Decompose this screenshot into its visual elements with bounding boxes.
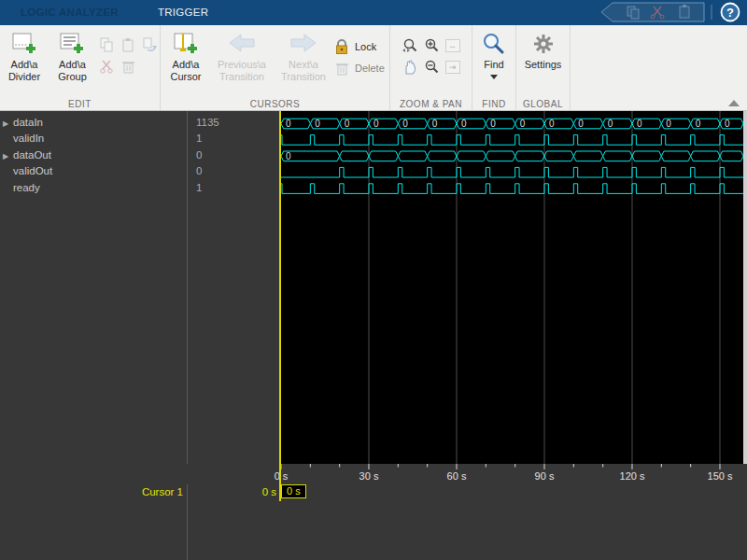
tab-trigger[interactable]: TRIGGER (147, 0, 220, 25)
pulse-waveform-validOut (281, 167, 743, 177)
fit-to-view-button[interactable]: ↔ (443, 35, 463, 56)
find-button[interactable]: Find (482, 25, 506, 79)
bus-value-label: 0 (666, 119, 671, 129)
bus-segment (632, 151, 661, 161)
paste-icon[interactable] (680, 5, 689, 18)
add-divider-icon (11, 32, 37, 56)
lock-button[interactable]: Lock (334, 35, 385, 57)
zoom-to-cursor-icon: ⇥ (445, 61, 460, 74)
help-button[interactable]: ? (722, 4, 740, 21)
copy-icon (99, 37, 114, 52)
bus-segment (457, 151, 486, 161)
bus-segment (428, 151, 457, 161)
svg-text:?: ? (726, 6, 734, 20)
copy-button[interactable] (96, 35, 117, 55)
bus-value-label: 0 (286, 151, 291, 161)
axis-tick-label: 90 s (535, 470, 555, 482)
arrow-right-icon (289, 32, 317, 56)
signal-value: 1 (196, 182, 202, 193)
signal-row-validOut[interactable]: validOut0 (0, 164, 280, 180)
previous-transition-button[interactable]: Previous\aTransition (211, 25, 273, 83)
signal-value: 1135 (196, 117, 219, 128)
signal-value: 0 (196, 165, 202, 176)
bus-value-label: 0 (637, 119, 642, 129)
add-divider-button[interactable]: Add\aDivider (0, 25, 49, 83)
tab-logic-analyzer[interactable]: LOGIC ANALYZER (9, 0, 130, 25)
zoom-in-button[interactable] (421, 35, 442, 56)
bus-value-label: 0 (345, 119, 350, 129)
zoom-out-button[interactable] (421, 57, 442, 77)
axis-tick-label: 150 s (708, 470, 733, 482)
find-dropdown-caret (490, 75, 498, 79)
pulse-waveform-ready (281, 184, 743, 194)
expand-icon[interactable]: ▶ (3, 119, 8, 128)
delete-signal-button[interactable] (118, 56, 138, 77)
zoom-in-icon (423, 37, 440, 54)
add-group-button[interactable]: Add\aGroup (49, 25, 96, 83)
cursor-1-value-box[interactable]: 0 s (281, 484, 306, 498)
signal-row-validIn[interactable]: validIn1 (0, 132, 280, 147)
bus-segment (515, 151, 544, 161)
find-icon (482, 32, 506, 56)
signal-value: 0 (196, 149, 202, 161)
delete-cursor-button[interactable]: Delete (334, 57, 385, 78)
bus-value-label: 0 (402, 119, 408, 129)
signal-row-dataIn[interactable]: ▶dataIn1135 (0, 116, 280, 132)
duplicate-button[interactable] (139, 35, 160, 55)
signal-list-panel: ▶dataIn1135validIn1▶dataOut0validOut0rea… (0, 111, 280, 464)
bus-segment (661, 151, 690, 161)
bus-value-label: 0 (696, 119, 701, 129)
collapse-toolstrip-icon[interactable] (728, 100, 740, 106)
cut-button[interactable] (96, 56, 117, 77)
cut-icon (99, 59, 114, 74)
logic-analyzer-window: LOGIC ANALYZER TRIGGER ? (0, 0, 747, 560)
zoom-in-x-button[interactable] (400, 35, 420, 56)
add-group-icon (59, 32, 85, 56)
toolstrip: Add\aDivider Add\aGroup (0, 25, 747, 111)
section-edit: Add\aDivider Add\aGroup (0, 25, 161, 110)
pan-button[interactable] (400, 57, 420, 77)
bus-segment (369, 151, 398, 161)
bus-value-label: 0 (374, 119, 379, 129)
section-global: Settings GLOBAL (516, 25, 571, 110)
add-cursor-icon (173, 32, 199, 56)
bus-value-label: 0 (520, 119, 526, 129)
bus-value-label: 0 (725, 119, 730, 129)
time-axis: 0 s30 s60 s90 s120 s150 s (0, 464, 747, 484)
section-label-zoom-pan: ZOOM & PAN (390, 99, 472, 109)
add-cursor-button[interactable]: Add\aCursor (161, 25, 211, 83)
zoom-in-x-icon (402, 37, 418, 54)
bus-value-label: 0 (432, 119, 438, 129)
bus-segment (691, 151, 720, 161)
gear-icon (531, 32, 556, 56)
toolstrip-tabs: LOGIC ANALYZER TRIGGER (9, 0, 219, 25)
cursor-1-line[interactable] (279, 111, 281, 501)
section-find: Find FIND (472, 25, 516, 110)
trash-icon (120, 59, 135, 74)
bus-segment (573, 151, 602, 161)
signal-row-ready[interactable]: ready1 (0, 181, 280, 197)
vertical-scrollbar[interactable] (743, 111, 747, 464)
bus-value-label: 0 (286, 119, 291, 129)
paste-button[interactable] (118, 35, 138, 55)
bus-value-label: 0 (578, 119, 584, 129)
next-transition-button[interactable]: Next\aTransition (273, 25, 334, 83)
zoom-to-cursor-button[interactable]: ⇥ (443, 57, 463, 77)
pan-icon (402, 59, 418, 76)
signal-name: dataIn (13, 117, 43, 128)
expand-icon[interactable]: ▶ (3, 152, 8, 161)
bus-value-label: 0 (608, 119, 613, 129)
trash-icon (334, 61, 349, 76)
bus-segment (720, 151, 743, 161)
settings-button[interactable]: Settings (525, 25, 562, 71)
section-label-global: GLOBAL (516, 99, 570, 109)
quick-access-toolbar: ? (599, 2, 745, 23)
bus-value-label: 0 (490, 119, 496, 129)
cursor-1-time: 0 s (187, 486, 276, 497)
cursor-1-name: Cursor 1 (0, 486, 183, 497)
section-cursors: Add\aCursor Previous\aTransition Next\aT… (161, 25, 390, 110)
signal-row-dataOut[interactable]: ▶dataOut0 (0, 148, 280, 164)
signal-name: dataOut (13, 149, 51, 161)
waveform-plot-area[interactable]: 00000000000000000 (281, 111, 743, 464)
arrow-left-icon (228, 32, 256, 56)
